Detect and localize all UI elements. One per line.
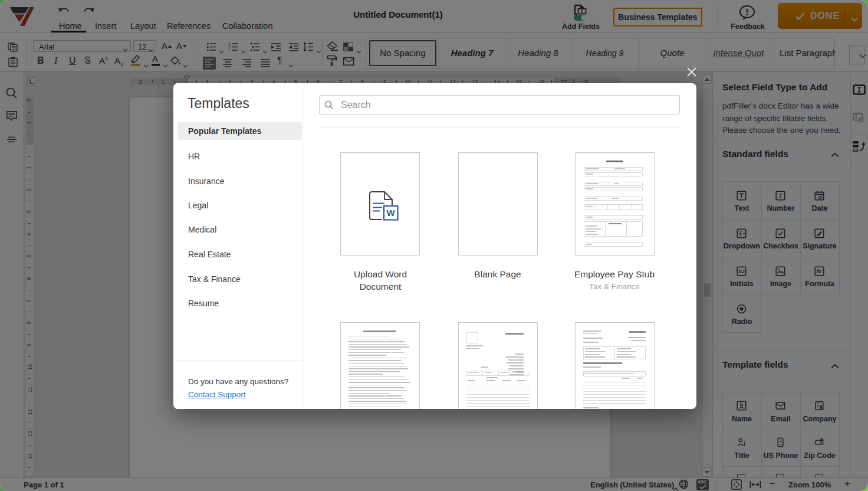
svg-text:W: W (387, 208, 396, 218)
